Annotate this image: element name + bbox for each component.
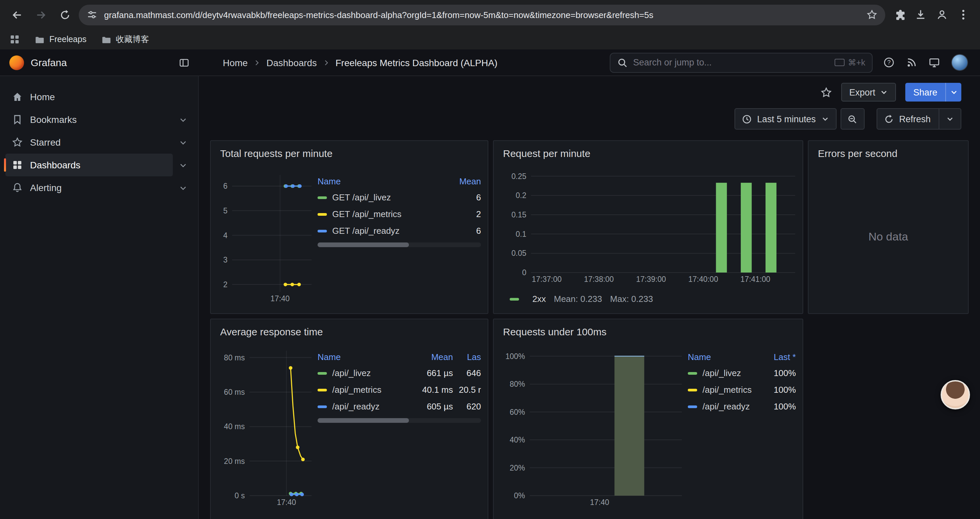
search-placeholder: Search or jump to... <box>633 57 829 67</box>
series-name[interactable]: /api/_metrics <box>703 385 764 395</box>
reload-button[interactable] <box>55 5 75 25</box>
series-name[interactable]: 2xx <box>532 294 546 304</box>
chevron-down-icon[interactable] <box>946 115 954 123</box>
chevron-down-icon[interactable] <box>173 115 193 124</box>
share-menu-caret[interactable] <box>945 83 961 102</box>
total-requests-chart[interactable]: 6543217:40 <box>218 173 312 304</box>
chat-widget-avatar[interactable] <box>941 380 970 409</box>
series-name[interactable]: GET /api/_metrics <box>332 209 449 219</box>
scrollbar-thumb[interactable] <box>318 243 409 247</box>
back-button[interactable] <box>7 5 27 25</box>
extensions-icon[interactable] <box>893 9 905 21</box>
breadcrumb-dashboards[interactable]: Dashboards <box>267 57 317 68</box>
bell-icon <box>12 182 23 193</box>
url-text[interactable]: grafana.mathmast.com/d/deytv4rwavabkb/fr… <box>104 10 860 20</box>
time-range-picker[interactable]: Last 5 minutes <box>735 108 837 129</box>
bookmark-item-freeleaps[interactable]: Freeleaps <box>35 34 86 45</box>
chevron-down-icon[interactable] <box>173 161 193 169</box>
user-avatar[interactable] <box>951 54 968 71</box>
panel-request-per-minute: Request per minute 0.250.20.150.10.05017… <box>493 140 803 314</box>
series-name[interactable]: GET /api/_livez <box>332 192 449 203</box>
help-icon[interactable]: ? <box>883 57 895 68</box>
panel-title[interactable]: Request per minute <box>500 146 796 162</box>
apps-grid-icon[interactable] <box>10 34 20 45</box>
search-input[interactable]: Search or jump to... ⌘+k <box>610 53 873 72</box>
sidebar-item-bookmarks[interactable]: Bookmarks <box>5 108 193 131</box>
chart-svg: 0.250.20.150.10.05017:37:0017:38:0017:39… <box>500 170 796 284</box>
legend-scrollbar[interactable] <box>318 418 481 423</box>
series-last: 100% <box>764 385 796 395</box>
series-name[interactable]: GET /api/_readyz <box>332 226 449 236</box>
chevron-down-icon[interactable] <box>173 184 193 192</box>
svg-text:17:37:00: 17:37:00 <box>532 275 562 284</box>
legend-header-mean[interactable]: Mean <box>412 352 453 362</box>
series-name[interactable]: /api/_metrics <box>332 385 412 395</box>
news-rss-icon[interactable] <box>906 57 917 68</box>
brand-name: Grafana <box>31 57 67 68</box>
sidebar-item-alerting[interactable]: Alerting <box>5 176 193 199</box>
series-mean: 40.1 ms <box>412 385 453 395</box>
legend-header-mean[interactable]: Mean <box>449 176 481 186</box>
series-name[interactable]: /api/_readyz <box>332 401 412 412</box>
favorite-star-icon[interactable] <box>821 86 832 98</box>
series-mean-stat: Mean: 0.233 <box>554 294 602 304</box>
legend-header-last[interactable]: Last * <box>764 352 796 362</box>
address-bar[interactable]: grafana.mathmast.com/d/deytv4rwavabkb/fr… <box>79 4 885 25</box>
chart-svg: 80 ms60 ms40 ms20 ms0 s17:40 <box>218 349 312 508</box>
zoom-out-button[interactable] <box>840 108 864 129</box>
legend-header-last[interactable]: Las <box>453 352 481 362</box>
site-settings-icon[interactable] <box>87 10 97 20</box>
series-last: 100% <box>764 401 796 412</box>
svg-text:40%: 40% <box>510 436 525 444</box>
svg-text:60 ms: 60 ms <box>224 388 245 396</box>
legend-scrollbar[interactable] <box>318 243 481 247</box>
downloads-icon[interactable] <box>915 9 927 21</box>
export-button[interactable]: Export <box>841 83 896 102</box>
bookmark-label: 收藏博客 <box>116 34 149 45</box>
panel-title[interactable]: Average response time <box>218 325 481 341</box>
grafana-logo[interactable] <box>10 55 24 70</box>
bookmark-star-icon[interactable] <box>867 10 877 20</box>
average-response-chart[interactable]: 80 ms60 ms40 ms20 ms0 s17:40 <box>218 349 312 508</box>
monitor-icon[interactable] <box>929 57 940 68</box>
legend-row: /api/_readyz 100% <box>688 398 796 415</box>
search-icon <box>617 57 628 68</box>
legend-table: Name Last * /api/_livez 100% <box>688 349 796 508</box>
svg-text:20%: 20% <box>510 463 525 472</box>
sidebar-toggle-icon[interactable] <box>179 57 189 68</box>
legend-header-name[interactable]: Name <box>318 352 412 362</box>
sidebar-item-dashboards[interactable]: Dashboards <box>5 153 193 176</box>
panel-title[interactable]: Requests under 100ms <box>500 325 796 341</box>
breadcrumb-home[interactable]: Home <box>223 57 248 68</box>
bookmark-label: Freeleaps <box>49 35 86 44</box>
refresh-button[interactable]: Refresh <box>876 108 961 129</box>
browser-menu-icon[interactable] <box>957 9 969 21</box>
series-name[interactable]: /api/_livez <box>332 368 412 378</box>
forward-button[interactable] <box>31 5 51 25</box>
no-data-message: No data <box>808 230 968 244</box>
svg-text:17:40: 17:40 <box>277 498 296 507</box>
share-button[interactable]: Share <box>905 83 961 102</box>
panel-title[interactable]: Total requests per minute <box>218 146 481 162</box>
series-name[interactable]: /api/_readyz <box>703 401 764 412</box>
sidebar-item-home[interactable]: Home <box>5 86 193 108</box>
grafana-header: Grafana Home Dashboards Freeleaps Metric… <box>0 50 980 76</box>
panel-average-response-time: Average response time 80 ms60 ms40 ms20 … <box>210 319 488 519</box>
bookmark-item-blog[interactable]: 收藏博客 <box>101 34 149 45</box>
series-name[interactable]: /api/_livez <box>703 368 764 378</box>
panel-title[interactable]: Errors per second <box>815 146 961 162</box>
sidebar-item-label: Dashboards <box>30 160 80 170</box>
svg-text:0.05: 0.05 <box>511 249 527 257</box>
legend-header-name[interactable]: Name <box>688 352 764 362</box>
sidebar-item-label: Home <box>30 91 55 102</box>
scrollbar-thumb[interactable] <box>318 418 409 423</box>
dashboards-grid-icon <box>12 160 23 170</box>
under-100ms-chart[interactable]: 100%80%60%40%20%0%17:40 <box>500 349 682 508</box>
series-color-chip <box>318 372 327 374</box>
refresh-icon <box>884 114 894 124</box>
legend-header-name[interactable]: Name <box>318 176 449 186</box>
sidebar-item-starred[interactable]: Starred <box>5 131 193 153</box>
chevron-down-icon[interactable] <box>173 138 193 147</box>
request-per-minute-chart[interactable]: 0.250.20.150.10.05017:37:0017:38:0017:39… <box>500 170 796 284</box>
profile-icon[interactable] <box>936 9 948 21</box>
